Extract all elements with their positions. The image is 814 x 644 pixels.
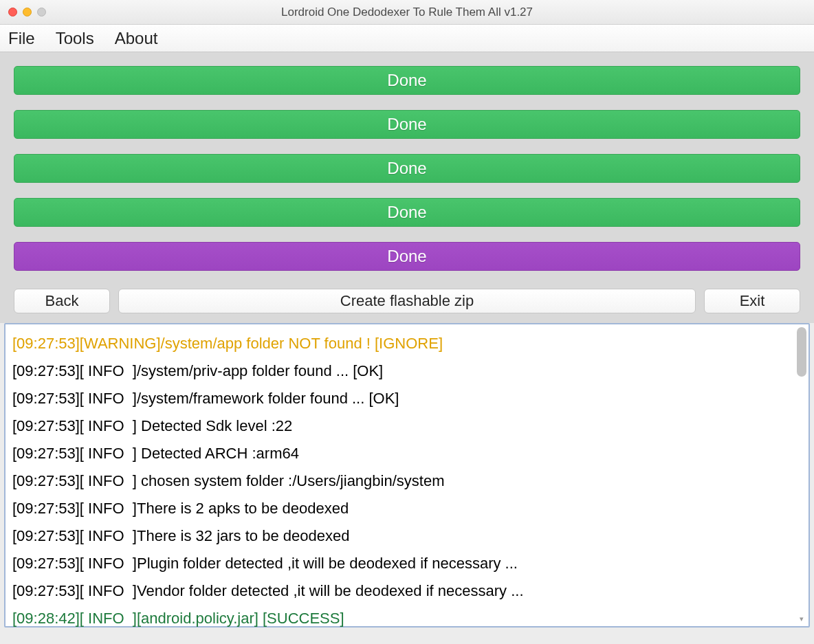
menu-file[interactable]: File bbox=[8, 29, 35, 48]
scroll-thumb[interactable] bbox=[797, 327, 806, 377]
log-line: [09:27:53][ INFO ]There is 2 apks to be … bbox=[12, 495, 802, 522]
log-line: [09:27:53][ INFO ]/system/priv-app folde… bbox=[12, 357, 802, 385]
log-line: [09:27:53][WARNING]/system/app folder NO… bbox=[12, 330, 802, 357]
progress-bar-3: Done bbox=[14, 154, 800, 183]
log-line: [09:28:42][ INFO ][android.policy.jar] [… bbox=[12, 605, 802, 632]
progress-bar-2: Done bbox=[14, 110, 800, 139]
log-line: [09:27:53][ INFO ] chosen system folder … bbox=[12, 467, 802, 495]
log-line: [09:27:53][ INFO ]There is 32 jars to be… bbox=[12, 522, 802, 550]
chevron-down-icon[interactable]: ▾ bbox=[797, 614, 806, 623]
menubar: File Tools About bbox=[0, 25, 814, 52]
window-title: Lordroid One Dedodexer To Rule Them All … bbox=[0, 5, 814, 19]
log-line: [09:27:53][ INFO ]Vendor folder detected… bbox=[12, 577, 802, 605]
log-line: [09:27:53][ INFO ]Plugin folder detected… bbox=[12, 550, 802, 577]
scrollbar[interactable]: ▾ bbox=[797, 327, 806, 623]
menu-tools[interactable]: Tools bbox=[56, 29, 94, 48]
menu-about[interactable]: About bbox=[115, 29, 158, 48]
progress-bar-5: Done bbox=[14, 242, 800, 271]
log-line: [09:27:53][ INFO ]/system/framework fold… bbox=[12, 385, 802, 412]
close-icon[interactable] bbox=[8, 8, 17, 16]
log-panel: [09:27:53][WARNING]/system/app folder NO… bbox=[4, 323, 810, 628]
log-lines[interactable]: [09:27:53][WARNING]/system/app folder NO… bbox=[6, 324, 808, 638]
back-button[interactable]: Back bbox=[14, 289, 110, 313]
titlebar: Lordroid One Dedodexer To Rule Them All … bbox=[0, 0, 814, 25]
button-row: Back Create flashable zip Exit bbox=[14, 286, 800, 323]
progress-bar-4: Done bbox=[14, 198, 800, 227]
traffic-lights bbox=[0, 8, 46, 16]
create-flashable-zip-button[interactable]: Create flashable zip bbox=[118, 289, 696, 313]
minimize-icon[interactable] bbox=[23, 8, 32, 16]
content-area: Done Done Done Done Done Back Create fla… bbox=[0, 52, 814, 323]
progress-bar-1: Done bbox=[14, 66, 800, 95]
log-line: [09:27:53][ INFO ] Detected ARCH :arm64 bbox=[12, 440, 802, 467]
log-line: [09:27:53][ INFO ] Detected Sdk level :2… bbox=[12, 412, 802, 440]
exit-button[interactable]: Exit bbox=[704, 289, 800, 313]
maximize-icon bbox=[37, 8, 46, 16]
